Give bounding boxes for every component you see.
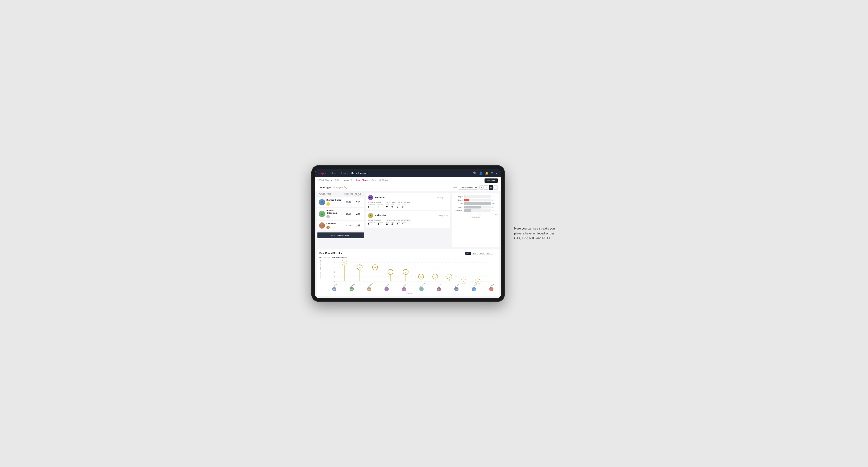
bottom-section: Best Round Streaks ← OTT APP ARG PUTT ← [315, 249, 501, 298]
player-row-3[interactable]: CM Cameron... 3 17/20 103 [317, 221, 364, 230]
bar-chart: Eagles 3 Birdies [454, 195, 497, 245]
list-view-btn[interactable]: ≡ [484, 185, 488, 190]
svg-text:5x: 5x [390, 272, 391, 273]
nav-my-performance[interactable]: My Performance [351, 172, 368, 175]
bell-icon[interactable]: 🔔 [485, 172, 489, 175]
practice-value: 4 [378, 205, 383, 208]
svg-text:7x: 7x [343, 262, 345, 264]
rounds-row: Tournament 8 Practice 4 [368, 204, 383, 208]
josh-tournament-value: 7 [368, 223, 375, 226]
svg-text:6: 6 [334, 267, 335, 268]
sub-nav: PGAT Players PGA Hcaps 1-5 Team Clippd T… [315, 177, 501, 184]
col-pb-score: PB SCORE [343, 193, 354, 196]
middle-panel: RB Rees Britt 02 Sep 2023 Total Rounds T… [366, 193, 450, 247]
player-name-3: Cameron... [327, 222, 343, 224]
nav-home[interactable]: Home [331, 172, 337, 175]
player-score-2: 18/20 [343, 213, 354, 215]
josh-practice-title: Total Practice Activities [386, 219, 410, 221]
josh-practice-row: OTT 0 APP 0 ARG [386, 221, 410, 226]
search-icon[interactable]: 🔍 [473, 172, 477, 175]
svg-text:3x: 3x [477, 281, 478, 283]
josh-putt: PUTT 1 [402, 221, 406, 226]
card-date-rees: 02 Sep 2023 [437, 197, 448, 199]
player-miller: M. Miller MM [453, 285, 461, 291]
svg-text:5: 5 [334, 271, 335, 273]
tab-pga[interactable]: PGA [335, 179, 339, 182]
badge-1: 1 [327, 203, 330, 206]
tournament-rounds: Tournament 8 [368, 204, 375, 208]
grid-view-btn[interactable]: ⊞ [479, 185, 484, 190]
main-content: Team Clippd | 14 Players ✏️ Show Last 3 … [315, 184, 501, 298]
svg-text:4x: 4x [434, 276, 436, 278]
app-logo: clippd [319, 172, 327, 175]
ott-btn[interactable]: OTT [465, 252, 471, 255]
josh-rounds-row: Tournament 7 Practice 2 [368, 221, 383, 226]
player-billingham: D. Billingham DB [365, 285, 373, 291]
putt-btn[interactable]: PUTT [486, 252, 493, 255]
add-team-button[interactable]: Add Team [485, 178, 498, 183]
ewert-avatar: EE [332, 287, 336, 291]
player-score-1: 19/20 [343, 201, 354, 203]
bar-dbogeys: D. Bogeys + 131 [454, 209, 497, 212]
avatar-edward-crossman: EC [319, 211, 325, 217]
josh-rounds-group: Total Rounds Tournament 7 Practice [368, 219, 383, 226]
card-name-josh: Josh Coles [375, 214, 437, 217]
streaks-arrow-icon: ← [391, 251, 394, 255]
svg-text:4x: 4x [420, 276, 422, 278]
josh-arg: ARG 0 [397, 221, 400, 226]
dbogeys-fill [464, 209, 471, 212]
josh-app-value: 0 [391, 223, 394, 226]
eagles-count: 3 [492, 196, 497, 197]
josh-practice: Practice 2 [378, 221, 383, 226]
app-btn[interactable]: APP [472, 252, 478, 255]
tab-team-clippd[interactable]: Team Clippd [356, 179, 368, 182]
period-select[interactable]: Last 3 months [459, 186, 478, 190]
bar-eagles: Eagles 3 [454, 195, 497, 198]
arg-btn[interactable]: ARG [479, 252, 485, 255]
josh-putt-value: 1 [402, 223, 406, 226]
user-icon[interactable]: 👤 [479, 172, 483, 175]
player-count: | 14 Players [332, 186, 343, 189]
dbogeys-label: D. Bogeys + [454, 210, 463, 211]
dbogeys-count: 131 [492, 210, 497, 212]
player-coles: J. Coles JC [382, 285, 391, 291]
streak-chart: 7 6 5 4 3 7x [322, 260, 497, 294]
streak-svg: 7 6 5 4 3 7x [322, 260, 497, 284]
svg-text:5x: 5x [405, 272, 407, 273]
bogeys-count: 311 [492, 206, 497, 208]
putt-value: 0 [402, 205, 406, 208]
view-leaderboard-button[interactable]: View Full Leaderboard [317, 232, 364, 238]
detail-view-btn[interactable]: ▦ [489, 185, 493, 190]
josh-ott: OTT 0 [386, 221, 389, 226]
britt-avatar: RB [402, 287, 406, 291]
eagles-track [464, 195, 491, 198]
axis-400: 400 [495, 214, 497, 215]
avatar-icon[interactable]: ● [496, 172, 497, 175]
tab-all-players[interactable]: All Players [379, 179, 389, 182]
player-names: E. Ewert EE B. McHerg BM D. [329, 285, 497, 291]
clock-icon[interactable]: ⊕ [491, 172, 493, 175]
svg-text:4x: 4x [448, 276, 450, 278]
settings-view-btn[interactable]: ⚙ [493, 185, 498, 190]
tab-pgat-players[interactable]: PGAT Players [318, 179, 332, 182]
birdies-track [464, 198, 491, 201]
nav-teams[interactable]: Teams [341, 172, 347, 175]
card-name-rees: Rees Britt [375, 196, 437, 199]
tab-tour[interactable]: Tour [372, 179, 376, 182]
edit-icon[interactable]: ✏️ [344, 186, 347, 189]
ott-stat: OTT 0 [386, 204, 389, 208]
bar-birdies: Birdies 96 [454, 198, 497, 201]
header-controls: Show Last 3 months ⊞ ≡ ▦ ⚙ [453, 185, 498, 190]
josh-practice-value: 2 [378, 223, 383, 226]
player-row-2[interactable]: EC Edward Crossman 2 18/20 107 [317, 208, 364, 220]
right-panel: Eagles 3 Birdies [452, 193, 499, 247]
player-row-1[interactable]: RB Richard Butler 1 19/20 110 [317, 197, 364, 207]
col-pb-avg: PB AVG SQ [354, 193, 362, 196]
tab-hcaps[interactable]: Hcaps 1-5 [343, 179, 352, 182]
practice-group: Total Practice Activities OTT 0 APP [386, 201, 410, 208]
putt-stat: PUTT 0 [402, 204, 406, 208]
rounds-group: Total Rounds Tournament 8 Practice [368, 201, 383, 208]
bogeys-fill [464, 206, 481, 209]
practice-row: OTT 0 APP 0 ARG [386, 204, 410, 208]
quick-avatar: CQ [489, 287, 493, 291]
